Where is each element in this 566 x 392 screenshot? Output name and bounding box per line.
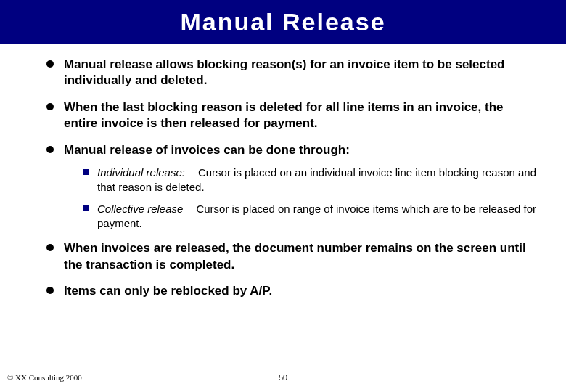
bullet-text: Items can only be reblocked by A/P. [64,284,272,298]
footer-page-number: 50 [0,373,566,382]
bullet-item: Manual release of invoices can be done t… [44,142,537,231]
sub-bullet-item: Individual release:Cursor is placed on a… [81,166,537,195]
bullet-text: Manual release allows blocking reason(s)… [64,57,504,87]
content-area: Manual release allows blocking reason(s)… [0,44,566,300]
bullet-item: Items can only be reblocked by A/P. [44,283,537,299]
bullet-text: When the last blocking reason is deleted… [64,100,504,130]
bullet-text: When invoices are released, the document… [64,241,526,271]
sub-bullet-label: Individual release: [97,166,185,179]
bullet-item: When the last blocking reason is deleted… [44,99,537,132]
bullet-item: Manual release allows blocking reason(s)… [44,57,537,89]
sub-bullet-item: Collective releaseCursor is placed on ra… [81,202,537,231]
sub-bullet-label: Collective release [97,203,183,215]
bullet-item: When invoices are released, the document… [44,240,537,273]
slide-title: Manual Release [180,8,385,36]
sub-bullet-list: Individual release:Cursor is placed on a… [81,166,537,230]
bullet-text: Manual release of invoices can be done t… [64,143,350,157]
title-bar: Manual Release [0,0,566,44]
slide: Manual Release Manual release allows blo… [0,0,566,392]
bullet-list: Manual release allows blocking reason(s)… [44,57,537,300]
